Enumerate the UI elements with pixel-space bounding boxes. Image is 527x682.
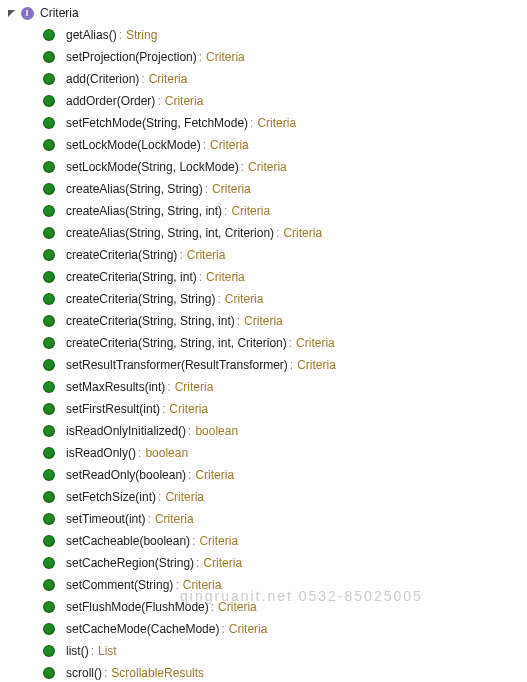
method-row[interactable]: setCacheMode(CacheMode):Criteria [42,618,523,640]
public-method-icon [42,226,56,240]
method-row[interactable]: createCriteria(String, String, int):Crit… [42,310,523,332]
method-signature-wrap: setLockMode(String, LockMode):Criteria [66,158,287,176]
separator: : [196,556,199,570]
return-type: Criteria [155,512,194,526]
method-signature: setResultTransformer(ResultTransformer) [66,358,288,372]
public-method-icon [42,380,56,394]
method-row[interactable]: createAlias(String, String, int):Criteri… [42,200,523,222]
method-signature: add(Criterion) [66,72,139,86]
separator: : [203,138,206,152]
public-method-icon [42,314,56,328]
method-signature-wrap: createAlias(String, String, int, Criteri… [66,224,322,242]
public-method-icon [42,50,56,64]
method-signature-wrap: add(Criterion):Criteria [66,70,187,88]
separator: : [175,578,178,592]
return-type: Criteria [231,204,270,218]
method-row[interactable]: setProjection(Projection):Criteria [42,46,523,68]
return-type: Criteria [297,358,336,372]
method-row[interactable]: setFirstResult(int):Criteria [42,398,523,420]
method-row[interactable]: list():List [42,640,523,662]
return-type: boolean [195,424,238,438]
method-row[interactable]: setFetchSize(int):Criteria [42,486,523,508]
method-row[interactable]: createCriteria(String, String, int, Crit… [42,332,523,354]
method-signature: createAlias(String, String, int, Criteri… [66,226,274,240]
method-signature-wrap: createCriteria(String, String):Criteria [66,290,263,308]
method-row[interactable]: setComment(String):Criteria [42,574,523,596]
method-row[interactable]: setResultTransformer(ResultTransformer):… [42,354,523,376]
method-signature-wrap: getAlias():String [66,26,157,44]
method-row[interactable]: getAlias():String [42,24,523,46]
method-signature-wrap: scroll():ScrollableResults [66,664,204,682]
method-signature: setComment(String) [66,578,173,592]
method-signature: setMaxResults(int) [66,380,165,394]
method-row[interactable]: createCriteria(String, int):Criteria [42,266,523,288]
public-method-icon [42,490,56,504]
return-type: Criteria [218,600,257,614]
method-row[interactable]: createCriteria(String):Criteria [42,244,523,266]
separator: : [276,226,279,240]
separator: : [141,72,144,86]
method-signature: addOrder(Order) [66,94,155,108]
separator: : [241,160,244,174]
return-type: boolean [145,446,188,460]
separator: : [188,424,191,438]
method-signature-wrap: setCacheable(boolean):Criteria [66,532,238,550]
method-row[interactable]: createAlias(String, String):Criteria [42,178,523,200]
method-signature: createCriteria(String, int) [66,270,197,284]
tree-root-row[interactable]: I Criteria [4,4,523,24]
separator: : [199,50,202,64]
method-row[interactable]: setFetchMode(String, FetchMode):Criteria [42,112,523,134]
method-signature-wrap: setResultTransformer(ResultTransformer):… [66,356,336,374]
public-method-icon [42,534,56,548]
method-signature: setTimeout(int) [66,512,146,526]
separator: : [217,292,220,306]
return-type: Criteria [206,50,245,64]
separator: : [167,380,170,394]
public-method-icon [42,292,56,306]
method-signature-wrap: setComment(String):Criteria [66,576,221,594]
return-type: Criteria [206,270,245,284]
method-row[interactable]: setFlushMode(FlushMode):Criteria [42,596,523,618]
public-method-icon [42,28,56,42]
public-method-icon [42,182,56,196]
collapse-arrow-icon[interactable] [6,8,16,18]
method-signature: isReadOnly() [66,446,136,460]
method-signature-wrap: setProjection(Projection):Criteria [66,48,245,66]
method-row[interactable]: setTimeout(int):Criteria [42,508,523,530]
method-row[interactable]: isReadOnly():boolean [42,442,523,464]
public-method-icon [42,160,56,174]
method-signature-wrap: setFetchMode(String, FetchMode):Criteria [66,114,296,132]
method-row[interactable]: setCacheable(boolean):Criteria [42,530,523,552]
method-row[interactable]: isReadOnlyInitialized():boolean [42,420,523,442]
method-row[interactable]: scroll():ScrollableResults [42,662,523,682]
method-signature: setCacheRegion(String) [66,556,194,570]
method-signature-wrap: setFetchSize(int):Criteria [66,488,204,506]
method-signature: createCriteria(String, String, int, Crit… [66,336,287,350]
method-row[interactable]: setReadOnly(boolean):Criteria [42,464,523,486]
return-type: Criteria [283,226,322,240]
method-signature-wrap: createCriteria(String, int):Criteria [66,268,245,286]
return-type: Criteria [195,468,234,482]
method-row[interactable]: setCacheRegion(String):Criteria [42,552,523,574]
return-type: Criteria [229,622,268,636]
method-row[interactable]: add(Criterion):Criteria [42,68,523,90]
public-method-icon [42,138,56,152]
public-method-icon [42,446,56,460]
method-signature: createAlias(String, String) [66,182,203,196]
method-signature-wrap: setFlushMode(FlushMode):Criteria [66,598,257,616]
method-row[interactable]: createCriteria(String, String):Criteria [42,288,523,310]
method-row[interactable]: addOrder(Order):Criteria [42,90,523,112]
return-type: Criteria [165,490,204,504]
separator: : [91,644,94,658]
method-row[interactable]: setLockMode(LockMode):Criteria [42,134,523,156]
return-type: Criteria [175,380,214,394]
method-signature-wrap: createCriteria(String, String, int):Crit… [66,312,283,330]
method-row[interactable]: setLockMode(String, LockMode):Criteria [42,156,523,178]
method-signature-wrap: createAlias(String, String, int):Criteri… [66,202,270,220]
method-signature: createCriteria(String, String) [66,292,215,306]
public-method-icon [42,336,56,350]
return-type: Criteria [165,94,204,108]
method-row[interactable]: createAlias(String, String, int, Criteri… [42,222,523,244]
method-row[interactable]: setMaxResults(int):Criteria [42,376,523,398]
return-type: Criteria [199,534,238,548]
